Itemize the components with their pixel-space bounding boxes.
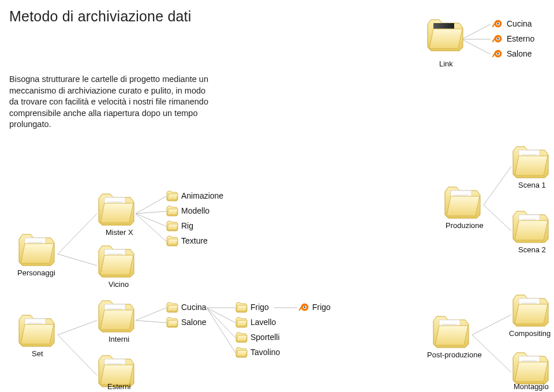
small-folder-icon bbox=[166, 236, 179, 247]
small-folder-icon bbox=[235, 332, 248, 344]
folder-icon bbox=[511, 208, 552, 248]
folder-icon bbox=[443, 184, 484, 224]
folder-icon bbox=[97, 297, 137, 338]
small-folder-icon bbox=[166, 221, 179, 232]
svg-line-24 bbox=[207, 308, 235, 338]
small-folder-icon bbox=[166, 317, 179, 328]
kitchen-lavello: Lavello bbox=[250, 318, 276, 327]
esterni-label: Esterni bbox=[107, 382, 130, 391]
kitchen-tavolino: Tavolino bbox=[250, 348, 280, 357]
blender-icon bbox=[492, 48, 503, 59]
folder-icon bbox=[511, 143, 552, 184]
interni-label: Interni bbox=[108, 335, 129, 344]
link-item-salone: Salone bbox=[507, 49, 532, 58]
small-folder-icon bbox=[166, 302, 179, 313]
svg-line-27 bbox=[484, 166, 511, 205]
leaf-animazione: Animazione bbox=[181, 191, 223, 200]
link-label: Link bbox=[439, 59, 453, 68]
personaggi-label: Personaggi bbox=[17, 268, 55, 277]
svg-line-12 bbox=[58, 214, 97, 254]
svg-line-14 bbox=[136, 196, 166, 214]
small-folder-icon bbox=[166, 191, 179, 202]
small-folder-icon bbox=[166, 206, 179, 217]
page-title: Metodo di archiviazione dati bbox=[9, 8, 192, 25]
blender-icon bbox=[298, 302, 310, 312]
intro-paragraph: Bisogna strutturare le cartelle di proge… bbox=[9, 74, 211, 130]
leaf-modello: Modello bbox=[181, 206, 209, 215]
compositing-label: Compositing bbox=[509, 329, 551, 338]
misterx-label: Mister X bbox=[106, 228, 133, 237]
svg-line-13 bbox=[58, 254, 97, 266]
svg-line-18 bbox=[58, 320, 97, 335]
blender-icon bbox=[492, 33, 503, 44]
montaggio-label: Montaggio bbox=[514, 382, 549, 391]
small-folder-icon bbox=[235, 317, 248, 328]
leaf-rig: Rig bbox=[181, 221, 193, 230]
scena2-label: Scena 2 bbox=[518, 245, 546, 254]
set-label: Set bbox=[32, 349, 43, 358]
svg-line-17 bbox=[136, 214, 166, 241]
produzione-label: Produzione bbox=[446, 221, 484, 230]
vicino-label: Vicino bbox=[108, 280, 129, 289]
svg-line-15 bbox=[136, 211, 166, 214]
small-folder-icon bbox=[235, 302, 248, 313]
room-salone: Salone bbox=[181, 318, 207, 327]
link-item-esterno: Esterno bbox=[507, 34, 534, 43]
room-cucina: Cucina bbox=[181, 303, 207, 312]
link-folder-icon bbox=[426, 16, 466, 57]
svg-line-25 bbox=[207, 308, 235, 353]
svg-line-20 bbox=[136, 308, 166, 320]
svg-line-19 bbox=[58, 335, 97, 375]
blender-icon bbox=[492, 18, 503, 29]
svg-line-29 bbox=[472, 315, 511, 335]
blend-frigo: Frigo bbox=[312, 303, 331, 312]
folder-icon bbox=[97, 191, 137, 231]
kitchen-sportelli: Sportelli bbox=[250, 333, 280, 342]
folder-icon bbox=[17, 231, 58, 271]
folder-icon bbox=[97, 242, 137, 283]
scena1-label: Scena 1 bbox=[518, 181, 546, 189]
link-item-cucina: Cucina bbox=[507, 19, 532, 28]
folder-icon bbox=[17, 312, 58, 352]
svg-line-28 bbox=[484, 205, 511, 231]
small-folder-icon bbox=[235, 347, 248, 359]
folder-icon bbox=[432, 313, 472, 353]
leaf-texture: Texture bbox=[181, 236, 208, 245]
postprod-label: Post-produzione bbox=[427, 350, 482, 359]
folder-icon bbox=[511, 292, 552, 332]
kitchen-frigo: Frigo bbox=[250, 303, 269, 312]
svg-line-16 bbox=[136, 214, 166, 226]
svg-line-23 bbox=[207, 308, 235, 323]
svg-line-21 bbox=[136, 320, 166, 323]
